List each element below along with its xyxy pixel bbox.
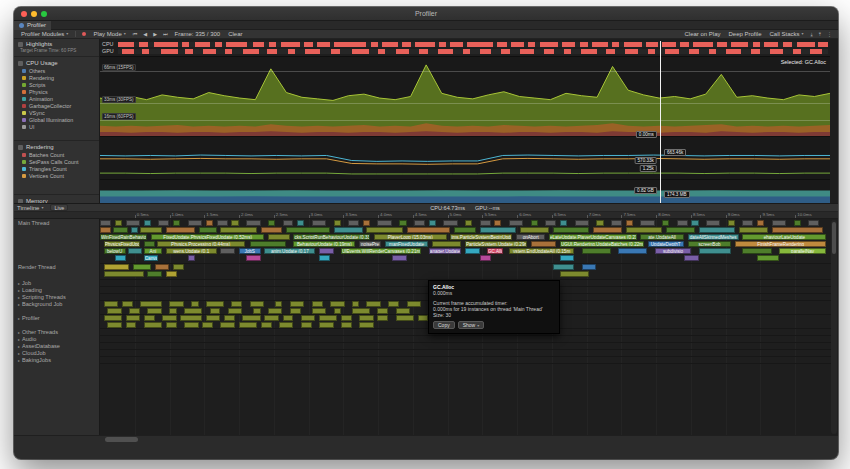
- timeline-block[interactable]: [144, 315, 155, 321]
- frame-time-bar[interactable]: [753, 42, 760, 47]
- timeline-block[interactable]: [104, 315, 122, 321]
- cpu-frame-time-track[interactable]: [118, 42, 828, 47]
- timeline-block[interactable]: [757, 255, 779, 261]
- timeline-block[interactable]: [115, 220, 122, 226]
- timeline-block[interactable]: cks.ScriptRunBehaviourUpdate (0.33ms): [293, 234, 370, 240]
- timeline-block[interactable]: ate.UpdateAll: [640, 234, 684, 240]
- timeline-block[interactable]: dateAllSkinnedMeshes: [688, 234, 739, 240]
- cpu-legend-rendering[interactable]: Rendering: [22, 74, 99, 81]
- timeline-block[interactable]: [396, 315, 414, 321]
- frame-time-bar[interactable]: [382, 42, 398, 47]
- frame-time-bar[interactable]: [625, 49, 638, 54]
- timeline-block[interactable]: [283, 220, 294, 226]
- timeline-block[interactable]: [169, 301, 184, 307]
- frame-time-bar[interactable]: [528, 42, 535, 47]
- frame-time-bar[interactable]: [770, 49, 783, 54]
- timeline-block[interactable]: [268, 234, 290, 240]
- timeline-block[interactable]: [699, 227, 736, 233]
- frame-time-bar[interactable]: [419, 49, 428, 54]
- timeline-block[interactable]: FinishFrameRendering: [735, 241, 826, 247]
- timeline-block[interactable]: [173, 220, 180, 226]
- frame-time-bar[interactable]: [154, 42, 178, 47]
- timeline-block[interactable]: [206, 315, 221, 321]
- timeline-block[interactable]: [432, 241, 461, 247]
- timeline-block[interactable]: ParticleSystem.Update (0.29ms): [465, 241, 527, 247]
- frame-time-bar[interactable]: [764, 42, 778, 47]
- frame-time-bar[interactable]: [648, 49, 655, 54]
- frame-time-bar[interactable]: [317, 42, 330, 47]
- timeline-block[interactable]: [465, 220, 472, 226]
- frame-time-bar[interactable]: [564, 49, 571, 54]
- timeline-block[interactable]: [250, 301, 265, 307]
- timeline-block[interactable]: [399, 220, 406, 226]
- frame-time-bar[interactable]: [511, 42, 524, 47]
- timeline-block[interactable]: [224, 315, 235, 321]
- timeline-block[interactable]: [429, 220, 436, 226]
- play-mode-dropdown[interactable]: Play Mode▾: [90, 30, 128, 38]
- timeline-block[interactable]: ims.ParticleSystemBeginUpdate: [450, 234, 512, 240]
- timeline-block[interactable]: [341, 315, 352, 321]
- timeline-block[interactable]: [418, 315, 429, 321]
- timeline-block[interactable]: Ani: [144, 248, 162, 254]
- frame-time-bar[interactable]: [438, 49, 454, 54]
- timeline-block[interactable]: parallelNav: [779, 248, 826, 254]
- timeline-block[interactable]: [742, 248, 771, 254]
- timeline-block[interactable]: [531, 241, 557, 247]
- timeline-block[interactable]: [454, 227, 476, 233]
- timeline-block[interactable]: [283, 315, 294, 321]
- cpu-legend-global-illumination[interactable]: Global Illumination: [22, 116, 99, 123]
- frame-time-bar[interactable]: [540, 42, 558, 47]
- frame-time-bar[interactable]: [463, 49, 470, 54]
- timeline-block[interactable]: [290, 301, 305, 307]
- timeline-block[interactable]: [334, 220, 341, 226]
- timeline-block[interactable]: [155, 264, 170, 270]
- thread-row-main-thread[interactable]: Main Thread: [14, 219, 99, 263]
- timeline-block[interactable]: [301, 315, 316, 321]
- timeline-block[interactable]: [162, 315, 177, 321]
- rendering-legend-vertices-count[interactable]: Vertices Count: [22, 172, 99, 179]
- timeline-block[interactable]: [261, 227, 283, 233]
- timeline-block[interactable]: GC.Alloc: [487, 248, 503, 254]
- timeline-vertical-scrollbar[interactable]: [831, 220, 837, 434]
- frame-time-bar[interactable]: [439, 42, 446, 47]
- timeline-block[interactable]: [199, 227, 217, 233]
- timeline-block[interactable]: [166, 227, 195, 233]
- thread-row-job[interactable]: ▸Job: [14, 279, 99, 286]
- load-profile-icon[interactable]: ⤒: [817, 30, 823, 38]
- timeline-block[interactable]: PlayerLoop (15.03ms): [374, 234, 447, 240]
- cpu-legend-ui[interactable]: UI: [22, 123, 99, 130]
- thread-row-other-threads[interactable]: ▸Other Threads: [14, 328, 99, 335]
- timeline-block[interactable]: [739, 227, 768, 233]
- timeline-block[interactable]: [173, 264, 184, 270]
- frame-time-bar[interactable]: [139, 42, 148, 47]
- frame-time-bar[interactable]: [662, 42, 676, 47]
- frame-time-bar[interactable]: [480, 49, 491, 54]
- frame-time-bar[interactable]: [304, 42, 313, 47]
- timeline-block[interactable]: [618, 248, 647, 254]
- timeline-block[interactable]: [480, 255, 491, 261]
- timeline-block[interactable]: [742, 220, 753, 226]
- frame-time-bar[interactable]: [450, 42, 463, 47]
- frame-time-bar[interactable]: [709, 49, 716, 54]
- timeline-block[interactable]: [691, 220, 698, 226]
- timeline-block[interactable]: ehaviourLateUpdate: [742, 234, 826, 240]
- frame-time-bar[interactable]: [624, 42, 642, 47]
- deep-profile-toggle[interactable]: Deep Profile: [726, 30, 765, 38]
- timeline-block[interactable]: [100, 220, 111, 226]
- timeline-block[interactable]: [520, 227, 549, 233]
- timeline-block[interactable]: [188, 255, 195, 261]
- timeline-block[interactable]: [352, 301, 359, 307]
- timeline-block[interactable]: anim.Update (0.17: [264, 248, 315, 254]
- timeline-block[interactable]: [275, 301, 282, 307]
- timeline-block[interactable]: wens.Update (0.1: [166, 248, 217, 254]
- timeline-block[interactable]: [593, 227, 622, 233]
- timeline-block[interactable]: UpdateDepthT: [648, 241, 685, 247]
- frame-time-bar[interactable]: [544, 49, 554, 54]
- timeline-block[interactable]: noisePre: [359, 241, 381, 247]
- timeline-block[interactable]: [131, 227, 138, 233]
- timeline-block[interactable]: [366, 227, 403, 233]
- current-frame-button[interactable]: ⏭: [161, 30, 170, 38]
- frame-time-bar[interactable]: [797, 42, 815, 47]
- context-menu-icon[interactable]: ⋮: [825, 30, 834, 38]
- timeline-block[interactable]: [128, 248, 143, 254]
